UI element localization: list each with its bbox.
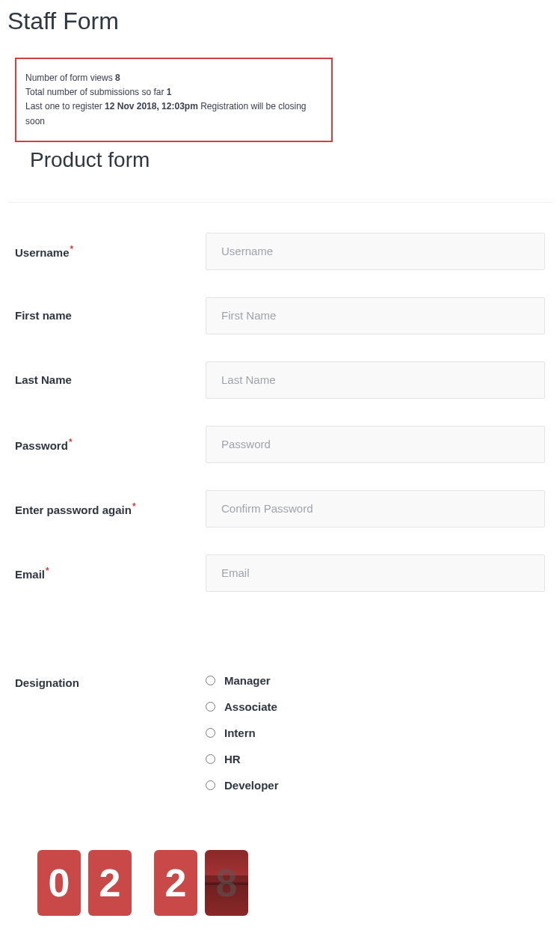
row-password: Password* xyxy=(0,418,560,471)
input-lastname[interactable] xyxy=(206,361,545,399)
row-email: Email* xyxy=(0,547,560,599)
required-asterisk: * xyxy=(69,437,73,447)
radio-option-associate[interactable]: Associate xyxy=(206,700,545,713)
radio-associate[interactable] xyxy=(206,702,215,712)
label-firstname: First name xyxy=(15,309,206,322)
radio-associate-label: Associate xyxy=(224,700,277,713)
label-username: Username* xyxy=(15,244,206,259)
label-password: Password* xyxy=(15,437,206,452)
stats-views-prefix: Number of form views xyxy=(25,73,115,83)
stats-views: Number of form views 8 xyxy=(25,71,322,85)
required-asterisk: * xyxy=(70,244,74,254)
divider xyxy=(7,202,553,203)
radio-intern[interactable] xyxy=(206,728,215,738)
counter-group-1: 0 2 xyxy=(37,850,132,916)
required-asterisk: * xyxy=(46,566,49,576)
stats-submissions-prefix: Total number of submissions so far xyxy=(25,87,167,97)
radio-intern-label: Intern xyxy=(224,727,256,739)
row-lastname: Last Name xyxy=(0,354,560,406)
radio-developer-label: Developer xyxy=(224,779,279,792)
label-email-text: Email xyxy=(15,568,45,581)
radio-manager-label: Manager xyxy=(224,674,271,687)
input-password2[interactable] xyxy=(206,490,545,527)
stats-box: Number of form views 8 Total number of s… xyxy=(15,58,333,142)
page-title: Staff Form xyxy=(0,0,560,58)
radio-manager[interactable] xyxy=(206,676,215,685)
counter-digit-3: 2 xyxy=(154,850,197,916)
counter-digit-2: 2 xyxy=(88,850,132,916)
counter-gap xyxy=(139,850,147,916)
radio-hr[interactable] xyxy=(206,754,215,764)
row-firstname: First name xyxy=(0,290,560,342)
label-password2: Enter password again* xyxy=(15,501,206,516)
radio-developer[interactable] xyxy=(206,780,215,790)
input-firstname[interactable] xyxy=(206,297,545,334)
input-username[interactable] xyxy=(206,233,545,270)
radio-option-hr[interactable]: HR xyxy=(206,753,545,765)
label-password2-text: Enter password again xyxy=(15,504,132,516)
counter-digit-4: 8 xyxy=(205,850,248,916)
digit-3-num: 2 xyxy=(165,860,187,905)
radio-hr-label: HR xyxy=(224,753,241,765)
stats-views-value: 8 xyxy=(115,73,120,83)
stats-last-date: 12 Nov 2018, 12:03pm xyxy=(105,101,198,111)
row-username: Username* xyxy=(0,225,560,278)
row-designation: Designation Manager Associate Intern HR … xyxy=(0,667,560,813)
label-username-text: Username xyxy=(15,246,70,259)
stats-last-prefix: Last one to register xyxy=(25,101,105,111)
radio-option-intern[interactable]: Intern xyxy=(206,727,545,739)
label-email: Email* xyxy=(15,566,206,581)
row-password2: Enter password again* xyxy=(0,483,560,535)
submit-wrap: SUBMIT xyxy=(0,916,560,945)
label-designation: Designation xyxy=(15,674,206,689)
label-password-text: Password xyxy=(15,439,68,452)
input-email[interactable] xyxy=(206,554,545,592)
counter-group-2: 2 8 xyxy=(154,850,248,916)
digit-2-num: 2 xyxy=(99,860,121,905)
input-password[interactable] xyxy=(206,426,545,463)
stats-submissions: Total number of submissions so far 1 xyxy=(25,85,322,100)
label-lastname: Last Name xyxy=(15,373,206,386)
countdown-timer: 0 2 2 8 xyxy=(0,813,560,916)
radio-option-developer[interactable]: Developer xyxy=(206,779,545,792)
required-asterisk: * xyxy=(132,501,136,512)
stats-last-register: Last one to register 12 Nov 2018, 12:03p… xyxy=(25,100,322,128)
radio-option-manager[interactable]: Manager xyxy=(206,674,545,687)
digit-1-num: 0 xyxy=(49,860,70,905)
designation-options: Manager Associate Intern HR Developer xyxy=(206,674,545,805)
counter-digit-1: 0 xyxy=(37,850,81,916)
form-title: Product form xyxy=(0,142,560,202)
digit-4-num: 8 xyxy=(216,860,238,905)
stats-submissions-value: 1 xyxy=(167,87,172,97)
